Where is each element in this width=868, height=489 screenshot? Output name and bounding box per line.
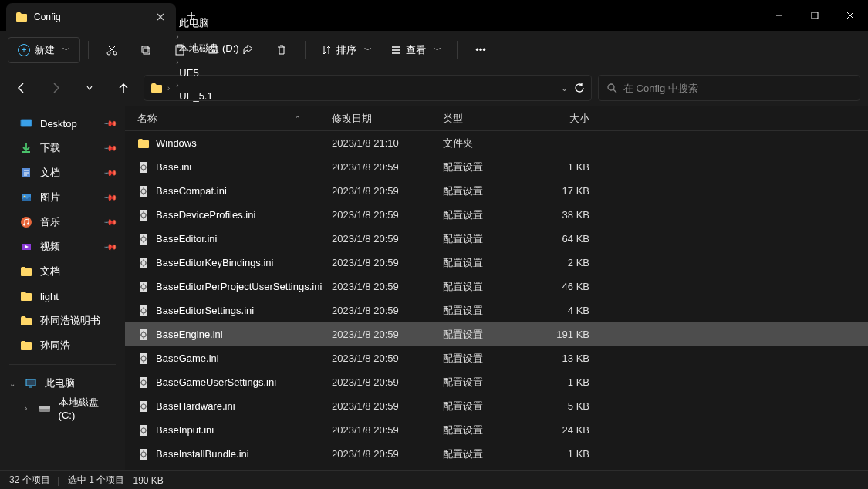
close-window-button[interactable] bbox=[833, 0, 868, 31]
sidebar-item-drive-c[interactable]: › 本地磁盘 (C:) bbox=[0, 396, 125, 420]
file-date: 2023/1/8 20:59 bbox=[332, 161, 443, 173]
file-row[interactable]: BaseInstallBundle.ini2023/1/8 20:59配置设置1… bbox=[125, 442, 868, 466]
folder-icon bbox=[15, 12, 28, 22]
titlebar-drag[interactable] bbox=[207, 0, 762, 31]
ini-icon bbox=[137, 448, 150, 460]
file-row[interactable]: BaseInput.ini2023/1/8 20:59配置设置24 KB bbox=[125, 418, 868, 442]
file-row[interactable]: Base.ini2023/1/8 20:59配置设置1 KB bbox=[125, 155, 868, 179]
refresh-button[interactable] bbox=[574, 83, 585, 93]
ini-icon bbox=[137, 233, 150, 245]
file-name: Base.ini bbox=[156, 161, 191, 173]
file-type: 配置设置 bbox=[443, 352, 535, 366]
desktop-icon bbox=[20, 117, 32, 130]
sidebar-item[interactable]: 图片📌 bbox=[0, 185, 125, 210]
back-button[interactable] bbox=[8, 74, 35, 102]
folder-icon bbox=[20, 290, 32, 302]
column-size[interactable]: 大小 bbox=[535, 112, 589, 126]
body: Desktop📌下载📌文档📌图片📌音乐📌视频📌文档light孙同浩说明书孙同浩 … bbox=[0, 106, 868, 470]
breadcrumb-item[interactable]: UE_5.1 bbox=[174, 90, 243, 102]
sort-button[interactable]: 排序 ﹀ bbox=[313, 37, 380, 63]
file-type: 配置设置 bbox=[443, 400, 535, 413]
sidebar-item[interactable]: 文档📌 bbox=[0, 160, 125, 185]
file-name: BaseGameUserSettings.ini bbox=[156, 376, 276, 388]
sidebar-item[interactable]: 文档 bbox=[0, 259, 125, 284]
file-name: BaseInstallBundle.ini bbox=[156, 448, 249, 460]
file-list[interactable]: Windows2023/1/8 21:10文件夹Base.ini2023/1/8… bbox=[125, 131, 868, 470]
file-row[interactable]: BaseGame.ini2023/1/8 20:59配置设置13 KB bbox=[125, 346, 868, 370]
sidebar-label: 视频 bbox=[40, 240, 60, 254]
new-button[interactable]: + 新建 ﹀ bbox=[8, 37, 80, 63]
file-row[interactable]: BaseEditorSettings.ini2023/1/8 20:59配置设置… bbox=[125, 298, 868, 322]
column-date[interactable]: 修改日期 bbox=[332, 112, 443, 126]
file-type: 配置设置 bbox=[443, 328, 535, 342]
file-date: 2023/1/8 20:59 bbox=[332, 281, 443, 292]
minimize-button[interactable] bbox=[762, 0, 797, 31]
sidebar-item[interactable]: 孙同浩说明书 bbox=[0, 309, 125, 333]
file-row[interactable]: BaseEditorKeyBindings.ini2023/1/8 20:59配… bbox=[125, 251, 868, 275]
chevron-right-icon[interactable]: › bbox=[174, 32, 180, 41]
toolbar: + 新建 ﹀ A 排序 ﹀ 查看 ﹀ ••• bbox=[0, 31, 868, 69]
new-label: 新建 bbox=[35, 43, 55, 57]
pictures-icon bbox=[20, 191, 32, 204]
breadcrumb[interactable]: › 此电脑›本地磁盘 (D:)›UE5›UE_5.1›Engine›Config… bbox=[144, 75, 592, 101]
file-name: BaseEngine.ini bbox=[156, 329, 223, 340]
svg-rect-0 bbox=[812, 12, 818, 19]
breadcrumb-item[interactable]: 本地磁盘 (D:) bbox=[174, 42, 243, 56]
sidebar-label: 孙同浩说明书 bbox=[40, 314, 100, 328]
file-name: BaseEditorSettings.ini bbox=[156, 305, 254, 316]
sidebar-label: 音乐 bbox=[40, 215, 60, 229]
ellipsis-icon: ••• bbox=[475, 44, 486, 56]
download-icon bbox=[20, 142, 32, 154]
file-row[interactable]: BaseEngine.ini2023/1/8 20:59配置设置191 KB bbox=[125, 322, 868, 346]
sidebar-item[interactable]: Desktop📌 bbox=[0, 111, 125, 136]
copy-button[interactable] bbox=[130, 37, 161, 63]
up-button[interactable] bbox=[110, 74, 137, 102]
ini-icon bbox=[137, 281, 150, 293]
sidebar-item[interactable]: 音乐📌 bbox=[0, 210, 125, 234]
file-row[interactable]: BaseGameUserSettings.ini2023/1/8 20:59配置… bbox=[125, 370, 868, 394]
chevron-down-icon[interactable]: ⌄ bbox=[561, 83, 568, 93]
breadcrumb-item[interactable]: 此电脑 bbox=[174, 16, 243, 30]
file-row[interactable]: BaseCompat.ini2023/1/8 20:59配置设置17 KB bbox=[125, 179, 868, 203]
file-type: 文件夹 bbox=[443, 137, 535, 150]
maximize-button[interactable] bbox=[797, 0, 833, 31]
sidebar-item[interactable]: 视频📌 bbox=[0, 234, 125, 259]
close-icon[interactable] bbox=[154, 11, 167, 23]
chevron-right-icon[interactable]: › bbox=[174, 81, 180, 89]
tab-config[interactable]: Config bbox=[6, 3, 176, 31]
chevron-right-icon[interactable]: › bbox=[166, 84, 171, 93]
svg-rect-3 bbox=[142, 46, 148, 52]
forward-button[interactable] bbox=[42, 74, 69, 102]
file-size: 1 KB bbox=[535, 161, 589, 173]
file-row[interactable]: BaseHardware.ini2023/1/8 20:59配置设置5 KB bbox=[125, 394, 868, 418]
sidebar-item[interactable]: light bbox=[0, 284, 125, 309]
file-type: 配置设置 bbox=[443, 256, 535, 270]
file-date: 2023/1/8 20:59 bbox=[332, 305, 443, 316]
column-name[interactable]: 名称 ⌃ bbox=[133, 112, 332, 126]
search-box[interactable] bbox=[598, 75, 860, 101]
chevron-right-icon[interactable]: › bbox=[174, 58, 180, 66]
chevron-down-icon: ⌄ bbox=[8, 379, 17, 388]
sidebar: Desktop📌下载📌文档📌图片📌音乐📌视频📌文档light孙同浩说明书孙同浩 … bbox=[0, 106, 125, 470]
file-type: 配置设置 bbox=[443, 423, 535, 437]
breadcrumb-item[interactable]: UE5 bbox=[174, 67, 243, 79]
titlebar: Config bbox=[0, 0, 868, 31]
cut-button[interactable] bbox=[96, 37, 127, 63]
delete-button[interactable] bbox=[266, 37, 297, 63]
more-button[interactable]: ••• bbox=[465, 37, 496, 63]
view-button[interactable]: 查看 ﹀ bbox=[383, 37, 449, 63]
sidebar-item-thispc[interactable]: ⌄ 此电脑 bbox=[0, 371, 125, 396]
copy-icon bbox=[140, 44, 152, 56]
sidebar-item[interactable]: 下载📌 bbox=[0, 136, 125, 160]
svg-rect-19 bbox=[26, 379, 35, 386]
column-type[interactable]: 类型 bbox=[443, 112, 535, 126]
file-row[interactable]: BaseEditor.ini2023/1/8 20:59配置设置64 KB bbox=[125, 227, 868, 251]
file-size: 191 KB bbox=[535, 329, 589, 340]
file-row[interactable]: BaseDeviceProfiles.ini2023/1/8 20:59配置设置… bbox=[125, 203, 868, 227]
file-row[interactable]: Windows2023/1/8 21:10文件夹 bbox=[125, 131, 868, 155]
sidebar-item[interactable]: 孙同浩 bbox=[0, 333, 125, 358]
file-row[interactable]: BaseEditorPerProjectUserSettings.ini2023… bbox=[125, 275, 868, 298]
search-input[interactable] bbox=[623, 83, 852, 94]
chevron-right-icon: › bbox=[22, 404, 31, 413]
recent-dropdown[interactable] bbox=[76, 74, 103, 102]
